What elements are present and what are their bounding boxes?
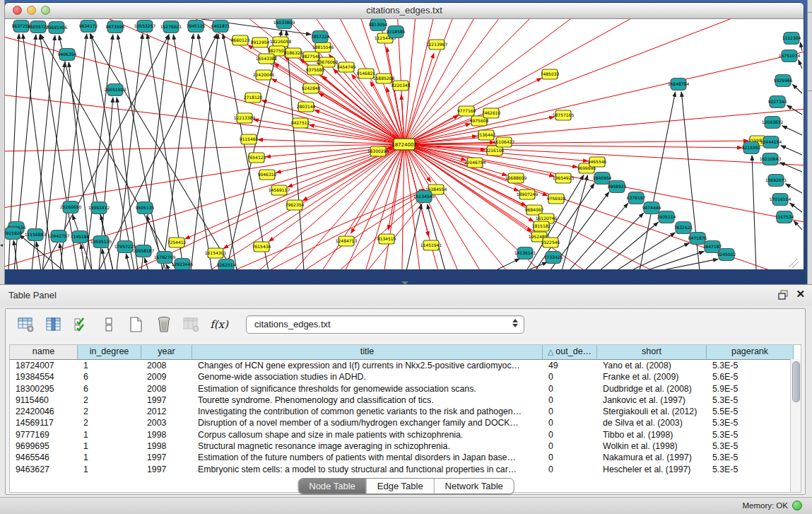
- table-cell[interactable]: 0: [543, 383, 597, 395]
- table-cell[interactable]: 2: [78, 395, 141, 406]
- table-cell[interactable]: 1998: [141, 429, 192, 440]
- table-row[interactable]: 1830029562008Estimation of significance …: [10, 383, 801, 395]
- table-cell[interactable]: Estimation of significance thresholds fo…: [192, 383, 543, 395]
- splitter-handle[interactable]: [401, 281, 408, 285]
- table-cell[interactable]: 1997: [141, 464, 192, 475]
- table-cell[interactable]: Embryonic stem cells: a model to study s…: [192, 464, 543, 475]
- window-titlebar[interactable]: citations_edges.txt: [5, 3, 804, 19]
- left-panel-divider[interactable]: ◂: [0, 0, 5, 284]
- table-cell[interactable]: 9465546: [10, 452, 78, 463]
- table-cell[interactable]: 5.3E-5: [707, 464, 794, 475]
- table-cell[interactable]: 2: [78, 406, 141, 417]
- create-column-button[interactable]: [127, 316, 146, 333]
- column-header-pagerank[interactable]: pagerank: [707, 345, 794, 359]
- table-row[interactable]: 946362711997Embryonic stem cells: a mode…: [10, 464, 801, 475]
- table-cell[interactable]: Changes of HCN gene expression and I(f) …: [192, 360, 543, 371]
- table-select-combobox[interactable]: citations_edges.txt: [246, 315, 524, 334]
- table-cell[interactable]: 2012: [141, 406, 192, 417]
- table-row[interactable]: 911546021997Tourette syndrome. Phenomeno…: [10, 395, 801, 406]
- table-cell[interactable]: Nakamura et al. (1997): [597, 452, 707, 463]
- table-cell[interactable]: Investigating the contribution of common…: [192, 406, 543, 417]
- table-cell[interactable]: 22420046: [10, 406, 78, 417]
- table-cell[interactable]: Yano et al. (2008): [597, 360, 707, 371]
- table-cell[interactable]: 9115460: [10, 395, 78, 406]
- table-cell[interactable]: 0: [543, 371, 597, 382]
- tab-node-table[interactable]: Node Table: [298, 479, 366, 493]
- table-cell[interactable]: 2003: [141, 417, 192, 428]
- table-cell[interactable]: 1: [78, 440, 141, 452]
- table-cell[interactable]: 0: [543, 395, 597, 406]
- table-cell[interactable]: Jankovic et al. (1997): [597, 395, 707, 406]
- table-cell[interactable]: Stergiakouli et al. (2012): [597, 406, 707, 417]
- table-cell[interactable]: Genome-wide association studies in ADHD.: [192, 371, 543, 382]
- delete-column-button[interactable]: [155, 316, 173, 333]
- table-cell[interactable]: 2: [78, 417, 141, 428]
- table-cell[interactable]: 5.3E-5: [707, 360, 794, 371]
- table-cell[interactable]: 5.3E-5: [707, 417, 794, 428]
- column-header-indegree[interactable]: in_degree: [78, 345, 141, 359]
- table-cell[interactable]: Corpus callosum shape and size in male p…: [192, 429, 543, 440]
- table-cell[interactable]: 2008: [141, 360, 192, 371]
- table-row[interactable]: 969969511998Structural magnetic resonanc…: [10, 440, 801, 452]
- table-cell[interactable]: 2009: [141, 371, 192, 382]
- table-row[interactable]: 1938455462009Genome-wide association stu…: [10, 371, 801, 382]
- right-panel-divider[interactable]: [807, 0, 812, 284]
- table-cell[interactable]: 5.6E-5: [707, 371, 794, 382]
- delete-table-button[interactable]: [182, 316, 201, 333]
- table-cell[interactable]: Hescheler et al. (1997): [597, 464, 707, 475]
- table-mode-button[interactable]: [17, 316, 35, 333]
- table-row[interactable]: 1456911722003Disruption of a novel membe…: [10, 417, 801, 428]
- table-cell[interactable]: 1998: [141, 440, 192, 452]
- table-cell[interactable]: 14569117: [10, 417, 78, 428]
- select-columns-button[interactable]: [72, 316, 90, 333]
- table-scrollbar[interactable]: [790, 359, 801, 492]
- table-cell[interactable]: 5.3E-5: [707, 429, 794, 440]
- table-cell[interactable]: 6: [78, 371, 141, 382]
- show-columns-button[interactable]: [45, 316, 63, 333]
- table-cell[interactable]: Disruption of a novel member of a sodium…: [192, 417, 543, 428]
- table-cell[interactable]: 5.3E-5: [707, 440, 794, 452]
- table-cell[interactable]: 1: [78, 452, 141, 463]
- table-cell[interactable]: Tibbo et al. (1998): [597, 429, 707, 440]
- table-cell[interactable]: 9463627: [10, 464, 78, 475]
- float-panel-icon[interactable]: [778, 290, 789, 300]
- table-cell[interactable]: 5.3E-5: [707, 395, 794, 406]
- collapse-arrow-icon[interactable]: ◂: [0, 242, 3, 248]
- tab-edge-table[interactable]: Edge Table: [366, 479, 434, 493]
- table-cell[interactable]: 19384554: [10, 371, 78, 382]
- table-cell[interactable]: 1: [78, 464, 141, 475]
- table-cell[interactable]: 5.3E-5: [707, 452, 794, 463]
- close-panel-icon[interactable]: ✕: [796, 288, 805, 300]
- column-header-short[interactable]: short: [597, 345, 707, 359]
- scrollbar-thumb[interactable]: [792, 361, 800, 402]
- network-view-window[interactable]: citations_edges.txt 86601238912954182260…: [5, 3, 804, 269]
- table-row[interactable]: 1872400712008Changes of HCN gene express…: [10, 360, 801, 371]
- table-cell[interactable]: Tourette syndrome. Phenomenology and cla…: [192, 395, 543, 406]
- function-builder-button[interactable]: f(x): [210, 316, 228, 333]
- column-header-name[interactable]: name: [10, 345, 78, 359]
- table-cell[interactable]: 1: [78, 360, 141, 371]
- table-cell[interactable]: 1997: [141, 452, 192, 463]
- table-cell[interactable]: 6: [78, 383, 141, 395]
- table-cell[interactable]: 5.5E-5: [707, 406, 794, 417]
- table-cell[interactable]: de Silva et al. (2003): [597, 417, 707, 428]
- resize-grip-icon[interactable]: [789, 259, 797, 267]
- column-header-year[interactable]: year: [141, 345, 192, 359]
- table-cell[interactable]: 18724007: [10, 360, 78, 371]
- table-cell[interactable]: 0: [543, 452, 597, 463]
- table-cell[interactable]: 0: [543, 440, 597, 452]
- tab-network-table[interactable]: Network Table: [434, 479, 514, 493]
- table-cell[interactable]: 9777169: [10, 429, 78, 440]
- table-cell[interactable]: 0: [543, 406, 597, 417]
- table-cell[interactable]: 49: [543, 360, 597, 371]
- table-cell[interactable]: 18300295: [10, 383, 78, 395]
- table-cell[interactable]: Wolkin et al. (1998): [597, 440, 707, 452]
- table-row[interactable]: 946554611997Estimation of the future num…: [10, 452, 801, 463]
- table-cell[interactable]: Estimation of the future numbers of pati…: [192, 452, 543, 463]
- table-cell[interactable]: 2008: [141, 383, 192, 395]
- table-cell[interactable]: 0: [543, 417, 597, 428]
- table-cell[interactable]: 9699695: [10, 440, 78, 452]
- table-row[interactable]: 977716911998Corpus callosum shape and si…: [10, 429, 801, 440]
- table-cell[interactable]: 1997: [141, 395, 192, 406]
- column-header-title[interactable]: title: [192, 345, 543, 359]
